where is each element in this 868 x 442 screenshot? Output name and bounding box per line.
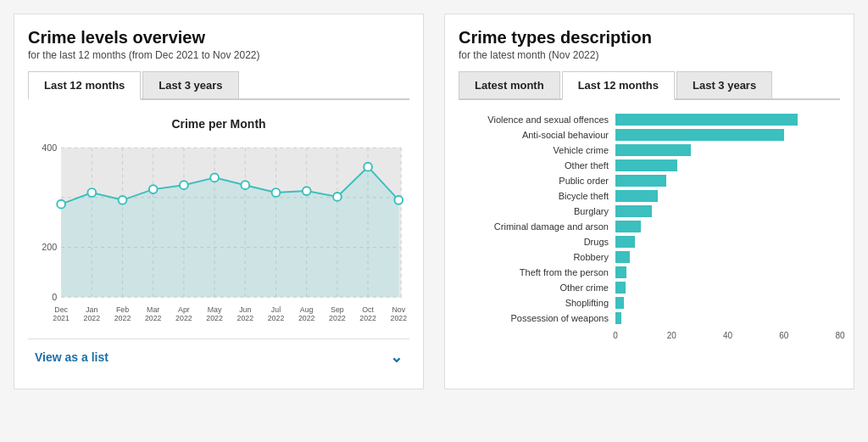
svg-text:Mar: Mar [147, 305, 159, 314]
bar-track [615, 251, 840, 263]
left-panel: Crime levels overview for the last 12 mo… [14, 14, 424, 389]
tab-last-3-years-right[interactable]: Last 3 years [676, 71, 772, 98]
chevron-down-icon: ⌄ [390, 348, 403, 366]
bar-label: Burglary [459, 206, 615, 216]
bar-track [615, 190, 840, 202]
line-chart-svg: 400 200 0 [28, 137, 409, 324]
bar-label: Criminal damage and arson [459, 221, 615, 232]
svg-text:2022: 2022 [175, 314, 192, 322]
bar-label: Other crime [459, 283, 615, 293]
bar-row: Vehicle crime [459, 144, 840, 156]
bar-fill [615, 312, 621, 324]
bar-fill [615, 144, 691, 156]
svg-point-21 [87, 188, 96, 197]
bar-label: Drugs [459, 237, 615, 247]
svg-point-30 [364, 163, 372, 171]
svg-point-25 [210, 174, 219, 182]
bar-fill [615, 159, 677, 171]
bar-track [615, 144, 840, 156]
bar-label: Bicycle theft [459, 191, 615, 201]
bar-fill [615, 175, 666, 187]
bar-fill [615, 297, 624, 309]
svg-text:0: 0 [52, 292, 57, 302]
svg-text:2022: 2022 [359, 314, 376, 322]
right-panel-subtitle: for the latest month (Nov 2022) [459, 49, 840, 61]
bar-label: Vehicle crime [459, 145, 615, 155]
bar-row: Possession of weapons [459, 312, 840, 324]
tab-last-12-months-left[interactable]: Last 12 months [28, 71, 141, 100]
line-chart-wrap: 400 200 0 [28, 137, 409, 327]
bar-row: Bicycle theft [459, 190, 840, 202]
view-list-label: View as a list [35, 350, 108, 364]
bar-label: Robbery [459, 252, 615, 262]
bar-label: Violence and sexual offences [459, 115, 615, 125]
bar-track [615, 114, 840, 126]
svg-text:2021: 2021 [53, 314, 70, 322]
svg-text:Sep: Sep [331, 305, 344, 314]
svg-text:Dec: Dec [54, 305, 68, 314]
bar-label: Other theft [459, 160, 615, 171]
bar-track [615, 159, 840, 171]
svg-text:May: May [208, 305, 222, 314]
svg-text:Apr: Apr [178, 305, 190, 314]
bar-row: Burglary [459, 205, 840, 217]
bar-fill [615, 266, 626, 278]
svg-point-22 [119, 196, 127, 204]
svg-text:2022: 2022 [145, 314, 162, 322]
bar-row: Public order [459, 175, 840, 187]
bar-x-axis: 020406080 [615, 327, 840, 341]
bar-fill [615, 236, 635, 248]
tab-last-12-months-right[interactable]: Last 12 months [562, 71, 675, 100]
svg-point-23 [149, 185, 158, 193]
svg-text:Aug: Aug [300, 305, 314, 314]
bar-fill [615, 221, 641, 232]
svg-point-27 [272, 188, 281, 197]
view-list-button[interactable]: View as a list ⌄ [28, 338, 409, 375]
bar-row: Robbery [459, 251, 840, 263]
right-panel-title: Crime types description [459, 28, 840, 48]
svg-text:400: 400 [42, 143, 57, 153]
svg-text:Jun: Jun [239, 305, 251, 314]
bar-label: Theft from the person [459, 267, 615, 277]
bar-track [615, 297, 840, 309]
svg-text:2022: 2022 [84, 314, 101, 322]
svg-text:Jul: Jul [271, 305, 281, 314]
bar-row: Shoplifting [459, 297, 840, 309]
svg-text:2022: 2022 [268, 314, 285, 322]
bar-fill [615, 282, 626, 294]
bar-fill [615, 251, 630, 263]
svg-point-20 [57, 200, 65, 209]
svg-point-26 [241, 181, 249, 189]
left-panel-title: Crime levels overview [28, 28, 409, 48]
right-tab-bar: Latest month Last 12 months Last 3 years [459, 71, 840, 100]
main-container: Crime levels overview for the last 12 mo… [14, 14, 854, 389]
svg-text:Nov: Nov [392, 305, 405, 314]
bar-row: Other crime [459, 282, 840, 294]
bar-row: Anti-social behaviour [459, 129, 840, 141]
svg-text:2022: 2022 [390, 314, 407, 322]
bar-label: Shoplifting [459, 298, 615, 308]
bar-label: Public order [459, 176, 615, 186]
chart-title: Crime per Month [28, 117, 409, 131]
tab-last-3-years-left[interactable]: Last 3 years [142, 71, 238, 98]
svg-point-31 [394, 196, 403, 204]
bar-label: Possession of weapons [459, 313, 615, 323]
bar-x-tick: 40 [723, 331, 732, 340]
bar-track [615, 221, 840, 232]
bar-row: Criminal damage and arson [459, 221, 840, 232]
bar-row: Violence and sexual offences [459, 114, 840, 126]
svg-point-28 [303, 187, 311, 195]
right-panel: Crime types description for the latest m… [444, 14, 854, 389]
bar-row: Drugs [459, 236, 840, 248]
svg-text:2022: 2022 [114, 314, 131, 322]
bar-row: Theft from the person [459, 266, 840, 278]
bar-x-tick: 0 [613, 331, 618, 340]
bar-track [615, 266, 840, 278]
tab-latest-month[interactable]: Latest month [459, 71, 560, 98]
svg-point-29 [333, 193, 342, 201]
bar-track [615, 175, 840, 187]
left-panel-subtitle: for the last 12 months (from Dec 2021 to… [28, 49, 409, 61]
svg-text:Oct: Oct [362, 305, 374, 314]
bar-track [615, 282, 840, 294]
bar-row: Other theft [459, 159, 840, 171]
